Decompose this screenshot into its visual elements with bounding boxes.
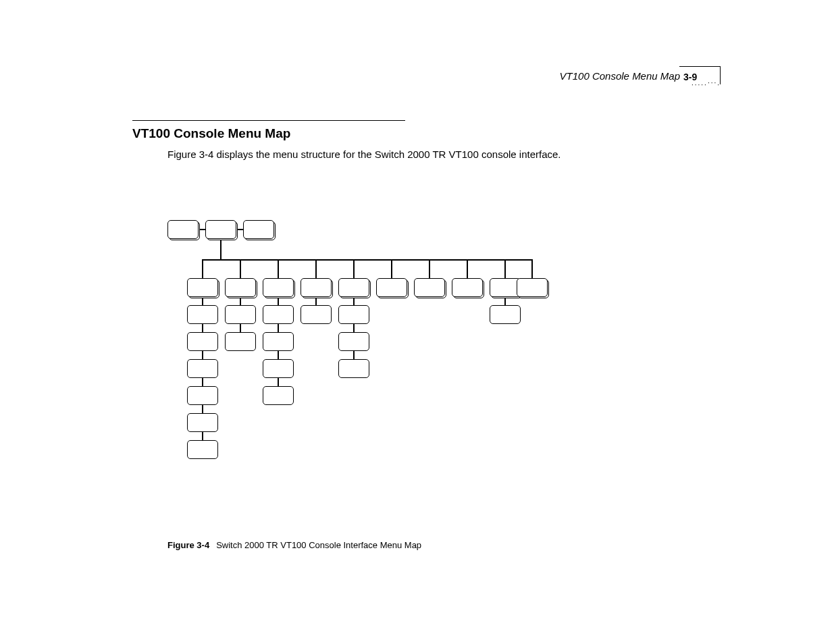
diagram-node [187, 278, 218, 297]
diagram-node [187, 305, 218, 324]
figure-caption: Figure 3-4Switch 2000 TR VT100 Console I… [167, 540, 421, 550]
diagram-node [187, 440, 218, 459]
diagram-node [301, 305, 332, 324]
diagram-node [263, 386, 294, 405]
section-heading: VT100 Console Menu Map [132, 126, 727, 141]
diagram-node [301, 278, 332, 297]
diagram-node [338, 305, 369, 324]
page: VT100 Console Menu Map 3-9 ········· VT1… [0, 0, 834, 644]
diagram-node [263, 332, 294, 351]
diagram-node [338, 278, 369, 297]
figure-label: Figure 3-4 [167, 540, 209, 550]
diagram-node [205, 220, 236, 239]
diagram-node [243, 220, 274, 239]
section-rule [132, 120, 405, 121]
header-dots: ········· [684, 81, 721, 88]
diagram-node [167, 220, 199, 239]
diagram-node [225, 332, 256, 351]
diagram-node [225, 305, 256, 324]
diagram-node [338, 359, 369, 378]
diagram-node [376, 278, 407, 297]
menu-map-diagram [167, 220, 552, 470]
diagram-node [414, 278, 445, 297]
diagram-node [263, 359, 294, 378]
diagram-node [263, 305, 294, 324]
diagram-node [187, 413, 218, 432]
diagram-node [338, 332, 369, 351]
diagram-node [187, 386, 218, 405]
section-intro: Figure 3-4 displays the menu structure f… [167, 148, 727, 161]
diagram-node [187, 332, 218, 351]
body: VT100 Console Menu Map Figure 3-4 displa… [132, 120, 727, 161]
diagram-node [225, 278, 256, 297]
diagram-node [452, 278, 483, 297]
diagram-node [517, 278, 548, 297]
diagram-node [187, 359, 218, 378]
diagram-node [490, 305, 521, 324]
figure-caption-text: Switch 2000 TR VT100 Console Interface M… [216, 540, 421, 550]
diagram-node [263, 278, 294, 297]
running-title: VT100 Console Menu Map [560, 70, 680, 82]
